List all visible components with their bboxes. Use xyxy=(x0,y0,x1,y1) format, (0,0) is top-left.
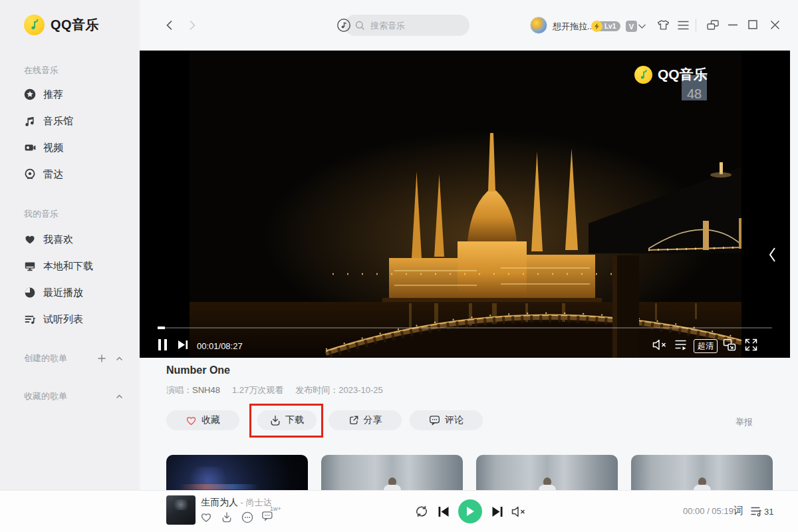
comment-icon xyxy=(429,415,440,426)
close-icon[interactable] xyxy=(770,20,780,30)
recognize-music-icon[interactable] xyxy=(336,18,351,33)
play-button[interactable] xyxy=(458,499,482,523)
theme-skin-icon[interactable] xyxy=(656,19,670,32)
sidebar-item-my-favorites[interactable]: 我喜欢 xyxy=(24,232,73,247)
search-icon xyxy=(355,21,365,31)
group-label: 收藏的歌单 xyxy=(24,390,67,402)
video-meta: 演唱：SNH481.27万次观看发布时间：2023-10-25 xyxy=(166,384,383,396)
comment-button[interactable]: 评论 xyxy=(410,410,483,430)
sidebar-item-recommend[interactable]: 推荐 xyxy=(24,87,63,102)
sidebar-group-favorite-playlists[interactable]: 收藏的歌单 xyxy=(24,390,124,402)
comment-count-badge: 1w+ xyxy=(270,505,281,512)
add-playlist-icon[interactable] xyxy=(97,354,106,363)
sidebar-item-listen-list[interactable]: 试听列表 xyxy=(24,312,83,327)
sidebar-item-video[interactable]: 视频 xyxy=(24,140,63,155)
main-menu-icon[interactable] xyxy=(677,20,690,31)
username[interactable]: 想开拖拉... xyxy=(553,21,595,33)
play-icon xyxy=(466,506,475,517)
song-title: 生而为人 xyxy=(201,497,238,507)
sidebar-item-label: 最近播放 xyxy=(43,287,83,299)
user-chevron-down-icon[interactable] xyxy=(637,23,647,31)
lyrics-button[interactable]: 词 xyxy=(733,505,743,517)
app-logo[interactable]: QQ音乐 xyxy=(24,15,99,35)
album-art-highlight xyxy=(172,499,190,510)
group-label: 创建的歌单 xyxy=(24,352,67,364)
qq-music-logo-icon xyxy=(24,15,45,35)
play-queue-button[interactable]: 31 xyxy=(750,505,773,517)
fullscreen-icon[interactable] xyxy=(745,338,757,351)
video-progress-track[interactable] xyxy=(158,327,772,329)
report-link[interactable]: 举报 xyxy=(735,416,753,428)
song-artist: 尚士达 xyxy=(246,497,272,507)
app-title: QQ音乐 xyxy=(51,16,99,34)
user-avatar[interactable] xyxy=(530,17,547,34)
maximize-icon[interactable] xyxy=(748,20,757,29)
playlist-note-icon xyxy=(24,313,36,325)
sidebar-group-created-playlists[interactable]: 创建的歌单 xyxy=(24,352,124,364)
quality-button[interactable]: 超清 xyxy=(694,339,718,353)
mini-player-icon[interactable] xyxy=(706,19,720,31)
panel-collapse-chevron-icon[interactable] xyxy=(767,246,777,263)
publish-label: 发布时间： xyxy=(295,385,338,395)
artist-name[interactable]: SNH48 xyxy=(192,385,220,395)
play-queue-count: 31 xyxy=(764,507,773,517)
next-video-icon[interactable] xyxy=(178,340,188,350)
view-count: 1.27万次观看 xyxy=(232,385,283,395)
forward-icon[interactable] xyxy=(187,19,198,31)
next-track-icon[interactable] xyxy=(491,506,503,517)
sidebar-section-my-music: 我的音乐 xyxy=(24,208,59,220)
recent-clock-icon xyxy=(24,287,36,299)
separator: - xyxy=(238,497,246,507)
sidebar-item-recently-played[interactable]: 最近播放 xyxy=(24,285,83,300)
music-hall-icon xyxy=(24,115,36,127)
search-box[interactable] xyxy=(344,15,469,36)
video-title: Number One xyxy=(166,364,230,376)
sidebar-item-local-downloads[interactable]: 本地和下载 xyxy=(24,259,93,273)
now-playing-title[interactable]: 生而为人 - 尚士达 xyxy=(201,497,272,509)
level-badge[interactable]: Lv1 xyxy=(593,21,620,31)
level-badge-label: Lv1 xyxy=(604,23,616,30)
video-progress-played xyxy=(158,327,165,329)
share-button[interactable]: 分享 xyxy=(329,410,402,430)
sidebar-item-label: 推荐 xyxy=(43,88,63,101)
share-icon xyxy=(348,415,359,426)
song-comments-button[interactable]: 1w+ xyxy=(261,510,273,521)
artist-label: 演唱： xyxy=(166,385,192,395)
like-song-icon[interactable] xyxy=(200,511,212,523)
sidebar-item-label: 雷达 xyxy=(43,168,63,181)
more-options-icon[interactable] xyxy=(241,511,253,523)
video-camera-icon xyxy=(24,142,36,154)
video-frame-image xyxy=(190,51,741,358)
back-icon[interactable] xyxy=(164,19,175,31)
collapse-chevron-icon[interactable] xyxy=(115,354,124,363)
play-time: 00:00 / 05:19 xyxy=(683,506,733,516)
vip-badge[interactable]: V xyxy=(626,21,637,32)
download-song-icon[interactable] xyxy=(221,511,233,523)
minimize-icon[interactable] xyxy=(728,24,737,27)
video-playlist-icon[interactable] xyxy=(674,339,687,350)
radar-icon xyxy=(24,168,36,180)
download-button[interactable]: 下载 xyxy=(257,410,317,430)
watermark-logo-icon xyxy=(634,66,652,84)
watermark-text: QQ音乐 xyxy=(658,65,708,84)
sidebar-item-music-hall[interactable]: 音乐馆 xyxy=(24,114,73,128)
sidebar-item-label: 我喜欢 xyxy=(43,233,73,246)
favorite-button[interactable]: 收藏 xyxy=(166,410,239,430)
loop-mode-icon[interactable] xyxy=(414,504,429,519)
sidebar-item-radar[interactable]: 雷达 xyxy=(24,167,63,182)
collapse-chevron-icon[interactable] xyxy=(115,392,124,401)
album-art[interactable] xyxy=(166,495,196,525)
video-time: 00:01/08:27 xyxy=(197,341,243,351)
video-mute-icon[interactable] xyxy=(652,338,667,351)
mute-icon[interactable] xyxy=(511,505,526,518)
pause-icon[interactable] xyxy=(158,339,168,350)
search-input[interactable] xyxy=(370,21,457,31)
topbar-divider xyxy=(696,19,696,32)
sidebar-item-label: 本地和下载 xyxy=(43,260,93,273)
previous-track-icon[interactable] xyxy=(438,506,450,517)
player-bar: 生而为人 - 尚士达 1w+ xyxy=(0,490,798,532)
video-player[interactable]: 48 QQ音乐 00:01/08:27 超清 xyxy=(140,51,790,358)
sidebar-item-label: 试听列表 xyxy=(43,313,83,326)
vip-badge-label: V xyxy=(629,23,634,31)
mini-window-icon[interactable] xyxy=(723,338,736,351)
